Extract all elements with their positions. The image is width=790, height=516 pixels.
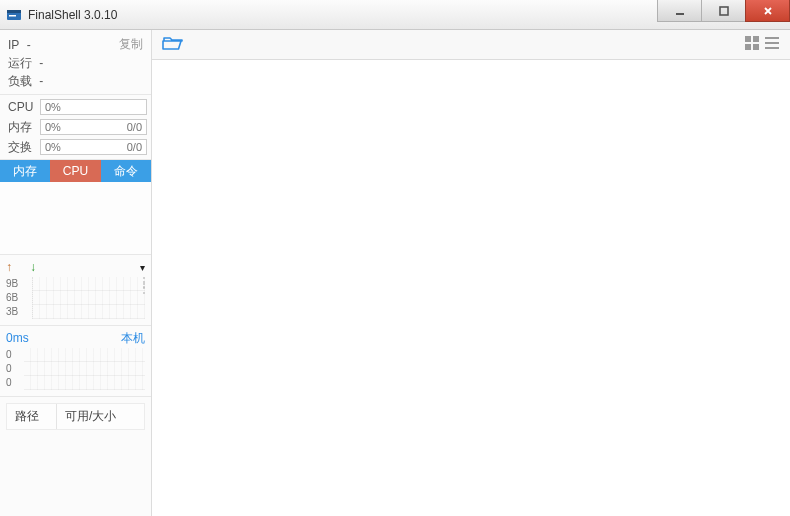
main-toolbar [152,30,790,60]
latency-head: 0ms 本机 [6,330,145,346]
network-yaxis: 9B 6B 3B [6,277,18,319]
svg-rect-8 [753,44,759,50]
network-block: ↑ ↓ ▾ 9B 6B 3B ⋮⋮ [0,255,151,326]
lat-y-1: 0 [6,362,12,376]
svg-rect-6 [753,36,759,42]
maximize-button[interactable] [701,0,746,22]
window-controls [658,0,790,29]
stat-swap-pct: 0% [45,141,61,153]
list-view-icon[interactable] [764,35,780,55]
svg-rect-2 [9,15,16,17]
stat-mem-row: 内存 0% 0/0 [0,117,151,137]
svg-rect-1 [7,10,21,13]
body-area: 复制 IP - 运行 - 负载 - CPU 0% [0,30,790,516]
upload-arrow-icon: ↑ [6,260,12,274]
network-dropdown-icon[interactable]: ▾ [140,262,145,273]
latency-block: 0ms 本机 0 0 0 [0,326,151,397]
main-content [152,30,790,516]
run-label: 运行 [8,55,32,72]
stat-mem-pct: 0% [45,121,61,133]
tab-graph-area [0,182,151,254]
stat-cpu-meter: 0% [40,99,147,115]
stat-cpu-label: CPU [8,100,40,114]
open-folder-icon[interactable] [162,34,184,56]
net-y-2: 3B [6,305,18,319]
latency-graph [24,348,145,390]
latency-value: 0ms [6,331,29,345]
window-title: FinalShell 3.0.10 [28,8,117,22]
main-view [152,60,790,516]
run-value: - [36,56,43,70]
path-col-path[interactable]: 路径 [7,404,57,429]
copy-link[interactable]: 复制 [119,36,143,53]
latency-host-link[interactable]: 本机 [121,330,145,347]
tab-command[interactable]: 命令 [101,160,151,182]
path-col-avail[interactable]: 可用/大小 [57,404,144,429]
tab-graph-block [0,182,151,255]
svg-rect-11 [765,47,779,49]
stat-mem-meter: 0% 0/0 [40,119,147,135]
load-label: 负载 [8,73,32,90]
stat-swap-meter: 0% 0/0 [40,139,147,155]
net-y-1: 6B [6,291,18,305]
resize-handle-icon[interactable]: ⋮⋮ [138,279,149,291]
grid-view-icon[interactable] [744,35,760,55]
svg-rect-3 [676,13,684,15]
lat-y-0: 0 [6,348,12,362]
stat-cpu-pct: 0% [45,101,61,113]
network-graph [32,277,145,319]
sidebar: 复制 IP - 运行 - 负载 - CPU 0% [0,30,152,516]
svg-rect-5 [745,36,751,42]
tab-cpu[interactable]: CPU [50,160,100,182]
lat-y-2: 0 [6,376,12,390]
svg-rect-7 [745,44,751,50]
svg-rect-10 [765,42,779,44]
titlebar: FinalShell 3.0.10 [0,0,790,30]
stat-swap-row: 交换 0% 0/0 [0,137,151,157]
info-block: 复制 IP - 运行 - 负载 - [0,30,151,95]
tab-memory[interactable]: 内存 [0,160,50,182]
path-block: 路径 可用/大小 [0,397,151,516]
stat-mem-label: 内存 [8,119,40,136]
graph-tabs: 内存 CPU 命令 [0,160,151,182]
stat-mem-ratio: 0/0 [127,121,142,133]
ip-value: - [23,38,30,52]
stat-swap-ratio: 0/0 [127,141,142,153]
info-load-row: 负载 - [8,72,143,90]
ip-label: IP [8,38,19,52]
stat-cpu-row: CPU 0% [0,97,151,117]
minimize-button[interactable] [657,0,702,22]
view-mode-group [744,35,780,55]
svg-rect-9 [765,37,779,39]
svg-rect-4 [720,7,728,15]
path-table-header: 路径 可用/大小 [6,403,145,430]
download-arrow-icon: ↓ [30,260,36,274]
load-value: - [36,74,43,88]
info-run-row: 运行 - [8,54,143,72]
app-icon [6,7,22,23]
latency-yaxis: 0 0 0 [6,348,12,390]
stat-swap-label: 交换 [8,139,40,156]
close-button[interactable] [745,0,790,22]
network-head: ↑ ↓ ▾ [6,259,145,275]
net-y-0: 9B [6,277,18,291]
stats-block: CPU 0% 内存 0% 0/0 交换 0% 0/0 [0,95,151,160]
